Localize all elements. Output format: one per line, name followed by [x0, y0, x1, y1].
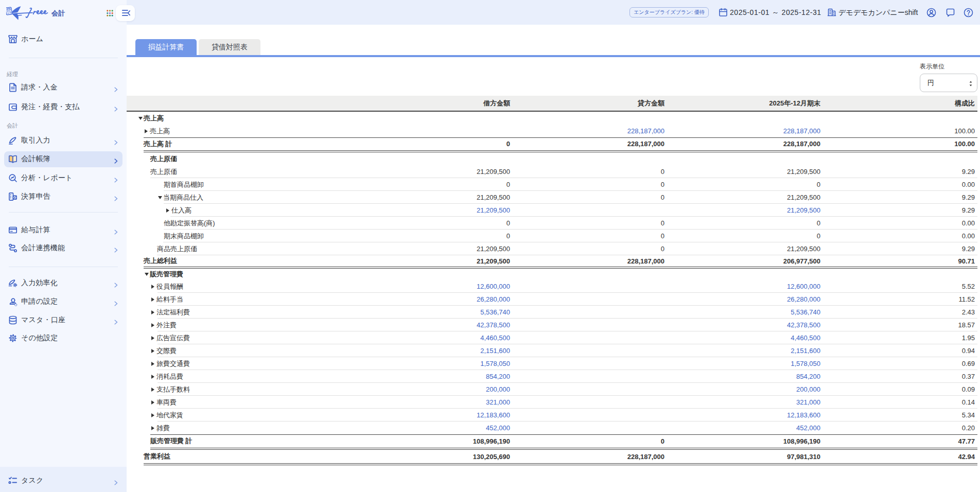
svg-text:会計: 会計	[51, 9, 65, 17]
